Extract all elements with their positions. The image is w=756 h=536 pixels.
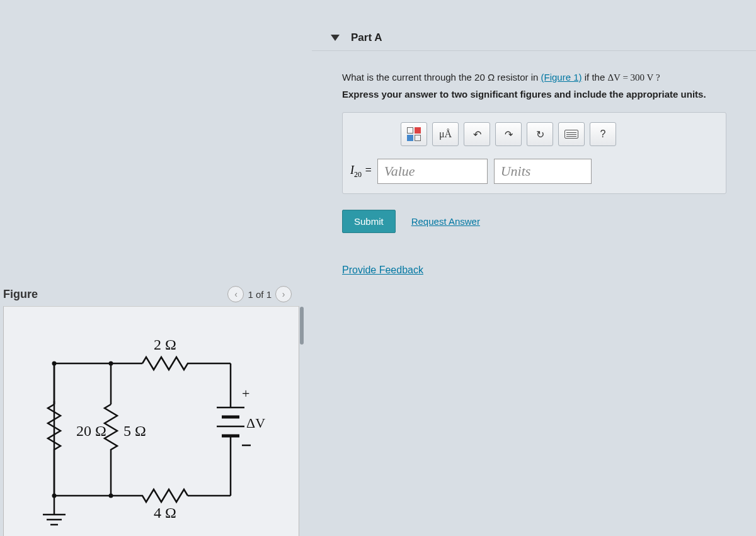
question-fragment: if the (582, 72, 608, 83)
value-input[interactable]: Value (377, 159, 488, 184)
question-text: What is the current through the 20 Ω res… (342, 70, 750, 85)
svg-point-7 (52, 362, 57, 366)
figure-link[interactable]: (Figure 1) (541, 72, 582, 83)
redo-button[interactable]: ↷ (495, 122, 522, 146)
part-header[interactable]: Part A (312, 25, 756, 51)
figure-counter: 1 of 1 (248, 289, 272, 300)
variable-label: I20 = (350, 164, 372, 180)
question-fragment: What is the current through the 20 Ω res… (342, 72, 541, 83)
help-button[interactable]: ? (590, 122, 616, 146)
undo-button[interactable]: ↶ (464, 122, 490, 146)
request-answer-link[interactable]: Request Answer (411, 216, 480, 227)
template-button[interactable] (401, 122, 427, 146)
svg-text:2 Ω: 2 Ω (154, 336, 176, 353)
toolbar: μÅ ↶ ↷ ↻ ? (401, 122, 718, 146)
part-title: Part A (351, 31, 382, 44)
reset-icon: ↻ (536, 128, 544, 140)
svg-text:20 Ω: 20 Ω (76, 423, 106, 439)
keyboard-icon (564, 130, 578, 139)
instruction-text: Express your answer to two significant f… (342, 89, 750, 100)
svg-text:ΔV: ΔV (246, 415, 265, 431)
delta-expression: ΔV = 300 V ? (607, 72, 660, 83)
svg-point-9 (52, 494, 57, 498)
value-placeholder: Value (384, 163, 415, 180)
svg-text:4 Ω: 4 Ω (154, 505, 176, 521)
figure-body: 2 Ω 20 Ω 5 Ω 4 Ω + ΔV (3, 306, 299, 536)
scrollbar-handle[interactable] (300, 307, 304, 345)
undo-icon: ↶ (473, 128, 481, 140)
help-icon: ? (600, 128, 606, 140)
collapse-icon (331, 35, 340, 41)
figure-prev-button[interactable]: ‹ (227, 286, 244, 302)
template-icon (407, 127, 421, 141)
submit-button[interactable]: Submit (342, 210, 396, 233)
units-placeholder: Units (501, 163, 531, 180)
units-picker-button[interactable]: μÅ (432, 122, 459, 146)
keyboard-button[interactable] (558, 122, 585, 146)
svg-text:+: + (242, 385, 249, 401)
circuit-diagram: 2 Ω 20 Ω 5 Ω 4 Ω + ΔV (16, 319, 275, 527)
figure-next-button[interactable]: › (275, 286, 292, 302)
reset-button[interactable]: ↻ (527, 122, 553, 146)
redo-icon: ↷ (505, 128, 513, 140)
figure-panel: Figure ‹ 1 of 1 › (3, 282, 299, 536)
svg-point-8 (109, 362, 113, 366)
units-label: μÅ (439, 128, 452, 140)
units-input[interactable]: Units (494, 159, 592, 184)
provide-feedback-link[interactable]: Provide Feedback (342, 265, 750, 276)
svg-point-10 (109, 494, 113, 498)
answer-box: μÅ ↶ ↷ ↻ ? I20 = (342, 112, 726, 194)
figure-title: Figure (3, 288, 38, 301)
svg-text:5 Ω: 5 Ω (123, 423, 146, 439)
